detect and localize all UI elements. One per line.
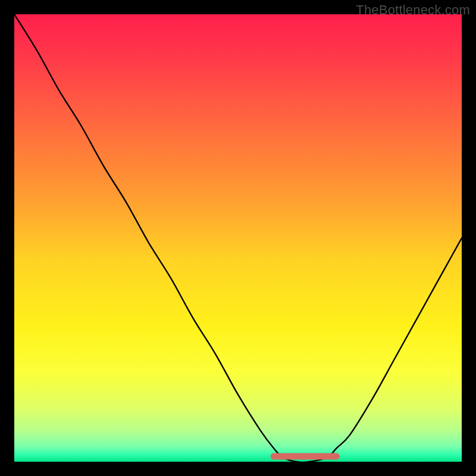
plot-svg — [14, 14, 462, 462]
chart-frame: TheBottleneck.com — [0, 0, 476, 476]
watermark-text: TheBottleneck.com — [356, 2, 470, 18]
bottleneck-plot — [14, 14, 462, 462]
